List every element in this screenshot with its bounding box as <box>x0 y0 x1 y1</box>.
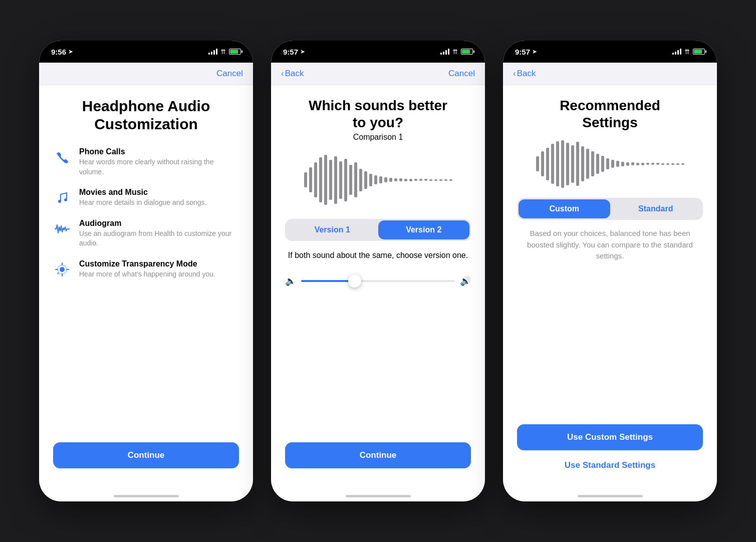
transparency-icon <box>53 260 71 279</box>
signal-bar-2-4 <box>448 49 449 55</box>
signal-bar-2 <box>211 52 212 55</box>
music-icon <box>53 189 71 207</box>
battery-icon-3 <box>693 49 705 55</box>
phone-3: 9:57 ➤ ⇈ ‹ Back <box>503 41 717 501</box>
continue-button-1[interactable]: Continue <box>53 442 239 468</box>
volume-high-icon: 🔊 <box>460 276 471 287</box>
waveform-container-3 <box>517 139 703 189</box>
feature-transparency: Customize Transparency Mode Hear more of… <box>53 259 239 280</box>
screen3-content: RecommendedSettings <box>503 85 717 416</box>
wb3 <box>576 142 579 186</box>
signal-bar-2-2 <box>443 52 444 55</box>
signal-bar-3-1 <box>672 53 674 55</box>
wb <box>379 176 382 183</box>
svg-point-0 <box>58 200 61 203</box>
location-arrow-icon-3: ➤ <box>532 48 537 55</box>
wb3 <box>571 145 574 183</box>
phone-2: 9:57 ➤ ⇈ ‹ Back Cancel <box>271 41 485 501</box>
battery-icon-1 <box>229 49 241 55</box>
battery-fill-2 <box>462 50 470 54</box>
location-arrow-icon-1: ➤ <box>68 48 73 55</box>
feature-title-phone: Phone Calls <box>79 147 239 156</box>
custom-standard-toggle: Custom Standard <box>517 198 703 220</box>
volume-slider-row: 🔈 🔊 <box>285 276 471 287</box>
continue-button-2[interactable]: Continue <box>285 442 471 468</box>
screen3-title: RecommendedSettings <box>517 97 703 131</box>
wb <box>414 179 417 181</box>
feature-title-movies: Movies and Music <box>79 188 207 197</box>
battery-icon-2 <box>461 49 473 55</box>
status-bar-2: 9:57 ➤ ⇈ <box>271 41 485 63</box>
phone3-footer: Use Custom Settings Use Standard Setting… <box>503 416 717 490</box>
screen1-title: Headphone AudioCustomization <box>53 97 239 133</box>
status-bar-3: 9:57 ➤ ⇈ <box>503 41 717 63</box>
standard-toggle-button[interactable]: Standard <box>610 199 702 218</box>
wb <box>339 161 342 199</box>
wb <box>419 179 422 181</box>
comparison-label: Comparison 1 <box>285 133 471 142</box>
feature-desc-phone: Hear words more clearly without raising … <box>79 157 239 177</box>
home-indicator-bar-1 <box>114 495 179 497</box>
volume-slider-track[interactable] <box>301 280 455 282</box>
wb <box>389 178 392 182</box>
wb3 <box>681 163 684 165</box>
feature-movies: Movies and Music Hear more details in di… <box>53 188 239 208</box>
signal-bar-4 <box>216 49 217 55</box>
back-button-2[interactable]: ‹ Back <box>281 69 304 79</box>
feature-desc-audiogram: Use an audiogram from Health to customiz… <box>79 229 239 248</box>
wb <box>424 179 427 181</box>
nav-bar-1: Cancel <box>39 63 253 85</box>
wb <box>404 179 407 181</box>
wb3 <box>641 163 644 165</box>
signal-bar-3 <box>213 50 215 55</box>
wb <box>429 179 432 181</box>
wb3 <box>636 163 639 165</box>
signal-bar-3-2 <box>675 52 676 55</box>
wb3 <box>616 161 619 167</box>
signal-bar-2-1 <box>440 53 442 55</box>
home-indicator-1 <box>39 490 253 501</box>
svg-point-1 <box>64 198 67 201</box>
back-button-3[interactable]: ‹ Back <box>513 69 536 79</box>
nav-bar-3: ‹ Back <box>503 63 717 85</box>
wb <box>324 155 327 205</box>
wb3 <box>601 156 604 172</box>
wb <box>449 179 452 181</box>
custom-toggle-button[interactable]: Custom <box>519 199 610 218</box>
chevron-icon-3: ‹ <box>513 69 516 79</box>
cancel-button-2[interactable]: Cancel <box>448 69 475 79</box>
svg-point-2 <box>60 267 65 272</box>
wb3 <box>556 141 559 186</box>
location-arrow-icon-2: ➤ <box>300 48 305 55</box>
version2-button[interactable]: Version 2 <box>378 220 470 239</box>
feature-text-audiogram: Audiogram Use an audiogram from Health t… <box>79 219 239 248</box>
wb <box>444 179 447 181</box>
wb3 <box>586 149 589 179</box>
wb3 <box>561 140 564 188</box>
version1-button[interactable]: Version 1 <box>287 220 378 239</box>
phone-1: 9:56 ➤ ⇈ Cancel Headphone AudioCustomiza <box>39 41 253 501</box>
waveform-2 <box>304 155 452 205</box>
wb3 <box>611 160 614 168</box>
phone1-footer: Continue <box>39 434 253 490</box>
feature-audiogram: Audiogram Use an audiogram from Health t… <box>53 219 239 248</box>
nav-bar-2: ‹ Back Cancel <box>271 63 485 85</box>
feature-title-transparency: Customize Transparency Mode <box>79 259 215 268</box>
version-buttons: Version 1 Version 2 <box>285 219 471 241</box>
use-standard-settings-button[interactable]: Use Standard Settings <box>517 456 703 474</box>
chevron-icon-2: ‹ <box>281 69 284 79</box>
feature-desc-movies: Hear more details in dialogue and songs. <box>79 198 207 208</box>
battery-fill-3 <box>694 50 702 54</box>
phone2-footer: Continue <box>271 434 485 490</box>
screen2-content: Which sounds betterto you? Comparison 1 <box>271 85 485 434</box>
phone-icon <box>53 148 71 166</box>
slider-thumb[interactable] <box>348 275 361 288</box>
home-indicator-bar-2 <box>346 495 411 497</box>
back-label-2: Back <box>285 69 304 79</box>
wifi-icon-3: ⇈ <box>684 48 690 56</box>
feature-text-transparency: Customize Transparency Mode Hear more of… <box>79 259 215 280</box>
use-custom-settings-button[interactable]: Use Custom Settings <box>517 424 703 450</box>
cancel-button-1[interactable]: Cancel <box>216 69 243 79</box>
signal-bar-1 <box>208 53 210 55</box>
wb3 <box>621 162 624 166</box>
